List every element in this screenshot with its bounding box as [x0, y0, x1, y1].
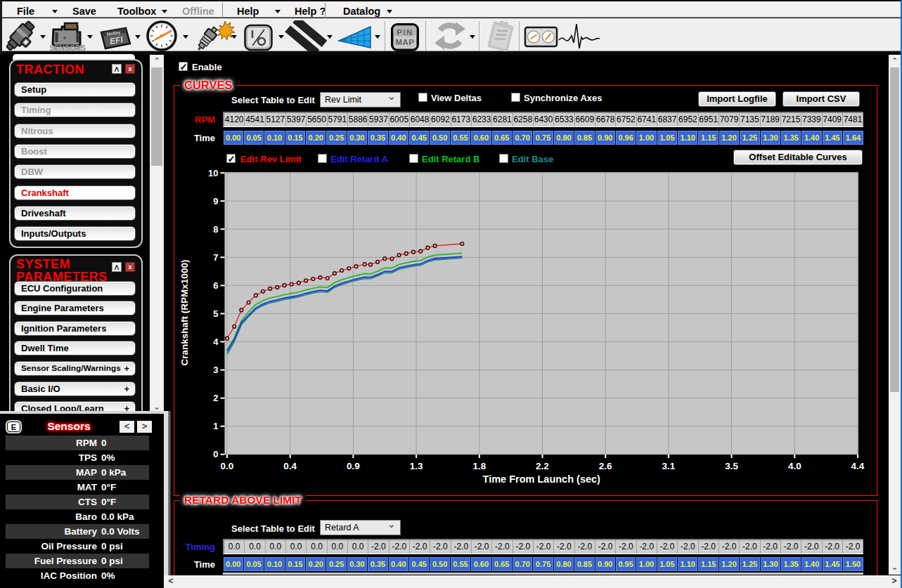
svg-text:5: 5: [213, 308, 218, 319]
svg-text:9: 9: [213, 196, 218, 207]
svg-text:0.9: 0.9: [347, 461, 360, 471]
svg-text:1.8: 1.8: [472, 461, 486, 471]
svg-text:2.6: 2.6: [599, 461, 612, 471]
svg-text:4.4: 4.4: [851, 461, 865, 471]
svg-text:Crankshaft (RPMx1000): Crankshaft (RPMx1000): [179, 260, 190, 366]
svg-text:4.0: 4.0: [788, 461, 801, 471]
svg-text:8: 8: [213, 224, 218, 235]
svg-text:0.4: 0.4: [283, 461, 297, 471]
svg-text:1.3: 1.3: [410, 461, 423, 471]
svg-text:PIN: PIN: [397, 28, 413, 37]
svg-text:0: 0: [213, 449, 218, 459]
svg-text:3.1: 3.1: [662, 461, 676, 471]
svg-text:2.2: 2.2: [536, 461, 549, 471]
svg-text:SENSORS: SENSORS: [49, 44, 85, 52]
svg-text:3: 3: [213, 365, 218, 375]
svg-text:1: 1: [213, 421, 218, 431]
svg-text:EFI: EFI: [109, 34, 124, 46]
svg-text:6: 6: [213, 280, 218, 291]
svg-text:3.5: 3.5: [725, 461, 738, 471]
svg-text:4: 4: [213, 337, 219, 347]
svg-text:MAP: MAP: [395, 38, 414, 46]
svg-text:Time From Launch (sec): Time From Launch (sec): [483, 473, 600, 485]
svg-text:0.0: 0.0: [221, 461, 234, 471]
svg-text:7: 7: [213, 252, 218, 263]
svg-text:10: 10: [208, 168, 218, 178]
svg-text:2: 2: [213, 393, 218, 403]
